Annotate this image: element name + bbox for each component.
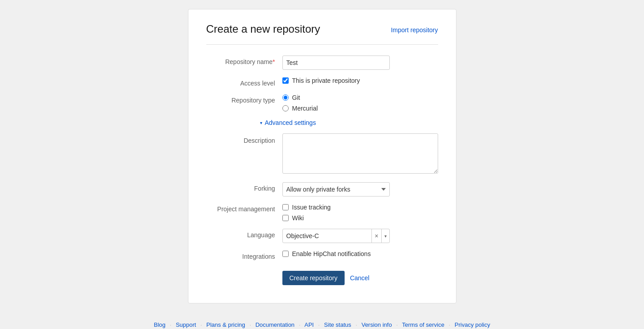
repo-type-git-text: Git (292, 94, 300, 101)
integrations-label: Integrations (206, 250, 282, 260)
advanced-settings-label: Advanced settings (265, 119, 316, 126)
description-row: Description (206, 133, 438, 175)
import-repository-link[interactable]: Import repository (391, 26, 438, 34)
private-repo-checkbox-label[interactable]: This is private repository (282, 77, 438, 84)
language-selected-value: Objective-C (283, 232, 372, 239)
project-management-row: Project management Issue tracking Wiki (206, 204, 438, 222)
cancel-button[interactable]: Cancel (350, 274, 370, 282)
wiki-checkbox[interactable] (282, 215, 289, 221)
wiki-label[interactable]: Wiki (282, 214, 438, 222)
issue-tracking-label[interactable]: Issue tracking (282, 204, 438, 211)
repo-type-label: Repository type (206, 94, 282, 104)
access-level-control: This is private repository (282, 77, 438, 84)
repo-name-row: Repository name* (206, 56, 438, 70)
repo-type-mercurial-label[interactable]: Mercurial (282, 105, 438, 112)
issue-tracking-checkbox[interactable] (282, 204, 289, 210)
integrations-control: Enable HipChat notifications (282, 250, 438, 257)
project-management-control: Issue tracking Wiki (282, 204, 438, 222)
forking-row: Forking Allow only private forks Allow a… (206, 182, 438, 197)
private-repo-checkbox[interactable] (282, 77, 289, 84)
access-level-row: Access level This is private repository (206, 77, 438, 87)
integrations-row: Integrations Enable HipChat notification… (206, 250, 438, 260)
language-select-wrapper[interactable]: Objective-C × ▾ (282, 229, 390, 243)
card-header: Create a new repository Import repositor… (206, 23, 438, 35)
repo-type-control: Git Mercurial (282, 94, 438, 112)
language-clear-button[interactable]: × (371, 229, 381, 243)
create-repository-button[interactable]: Create repository (282, 271, 345, 285)
footer: Blog · Support · Plans & pricing · Docum… (154, 321, 490, 328)
project-management-label: Project management (206, 204, 282, 213)
page-title: Create a new repository (206, 23, 320, 35)
footer-docs-link[interactable]: Documentation (256, 321, 294, 328)
create-repo-card: Create a new repository Import repositor… (188, 9, 456, 303)
forking-select[interactable]: Allow only private forks Allow all forks… (282, 182, 390, 197)
description-label: Description (206, 133, 282, 144)
chevron-down-icon: ▾ (260, 120, 262, 125)
forking-control: Allow only private forks Allow all forks… (282, 182, 438, 197)
repo-name-input[interactable] (282, 56, 390, 70)
hipchat-label[interactable]: Enable HipChat notifications (282, 250, 438, 257)
repo-name-label: Repository name* (206, 56, 282, 65)
wiki-text: Wiki (292, 214, 304, 222)
footer-privacy-link[interactable]: Privacy policy (455, 321, 490, 328)
issue-tracking-text: Issue tracking (292, 204, 331, 211)
hipchat-checkbox[interactable] (282, 251, 289, 257)
footer-version-link[interactable]: Version info (362, 321, 392, 328)
description-control (282, 133, 438, 175)
description-input[interactable] (282, 133, 438, 174)
repo-type-row: Repository type Git Mercurial (206, 94, 438, 112)
footer-blog-link[interactable]: Blog (154, 321, 166, 328)
repo-type-mercurial-radio[interactable] (282, 105, 289, 111)
header-divider (206, 44, 438, 45)
repo-type-git-label[interactable]: Git (282, 94, 438, 101)
language-label: Language (206, 229, 282, 239)
repo-name-control (282, 56, 438, 70)
form-actions: Create repository Cancel (206, 271, 438, 285)
private-repo-label: This is private repository (292, 77, 360, 84)
language-row: Language Objective-C × ▾ (206, 229, 438, 243)
chevron-down-icon[interactable]: ▾ (381, 229, 389, 243)
footer-support-link[interactable]: Support (176, 321, 196, 328)
footer-plans-link[interactable]: Plans & pricing (206, 321, 245, 328)
forking-label: Forking (206, 182, 282, 192)
access-level-label: Access level (206, 77, 282, 87)
footer-api-link[interactable]: API (304, 321, 314, 328)
hipchat-text: Enable HipChat notifications (292, 250, 371, 257)
footer-site-status-link[interactable]: Site status (324, 321, 351, 328)
repo-type-git-radio[interactable] (282, 94, 289, 101)
footer-tos-link[interactable]: Terms of service (402, 321, 444, 328)
language-control: Objective-C × ▾ (282, 229, 438, 243)
repo-type-mercurial-text: Mercurial (292, 105, 318, 112)
advanced-settings-toggle[interactable]: ▾ Advanced settings (206, 119, 438, 126)
page-wrapper: Create a new repository Import repositor… (0, 0, 644, 329)
